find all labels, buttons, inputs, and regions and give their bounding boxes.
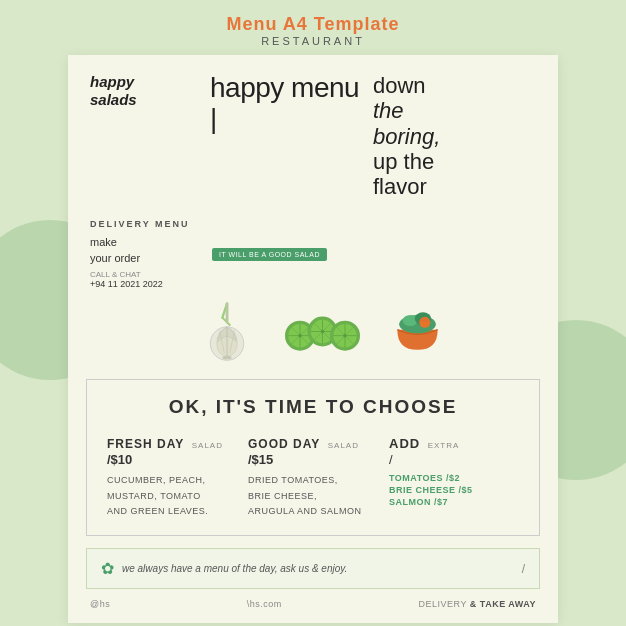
choose-title: OK, IT'S TIME TO CHOOSE — [107, 396, 519, 418]
fresh-day-title: FRESH DAY SALAD — [107, 434, 248, 452]
menu-title: happy menu | — [210, 73, 373, 199]
fresh-day-items: CUCUMBER, PEACH, MUSTARD, TOMATO AND GRE… — [107, 473, 248, 519]
page-title: Menu A4 Template — [226, 14, 399, 35]
footer-left: @hs — [90, 599, 110, 609]
good-day-title: GOOD DAY SALAD — [248, 434, 389, 452]
fresh-day-col: FRESH DAY SALAD /$10 CUCUMBER, PEACH, MU… — [107, 434, 248, 519]
delivery-left: DELIVERY MENU make your order CALL & CHA… — [90, 219, 200, 289]
brand-happy: happy — [90, 73, 134, 90]
flower-icon: ✿ — [101, 559, 114, 578]
bowl-icon — [390, 304, 445, 359]
tagline-area: happy menu | down the boring, up the fla… — [210, 73, 536, 199]
delivery-label: DELIVERY MENU — [90, 219, 200, 229]
good-day-price: /$15 — [248, 452, 389, 467]
add-title: ADD EXTRA — [389, 434, 519, 452]
add-slash: / — [389, 452, 519, 467]
add-item-tomatoes: TOMATOES /$2 — [389, 473, 519, 483]
slogan: down the boring, up the flavor — [373, 73, 536, 199]
menu-columns: FRESH DAY SALAD /$10 CUCUMBER, PEACH, MU… — [107, 434, 519, 519]
brand-salads: salads — [90, 91, 137, 108]
add-extra-col: ADD EXTRA / TOMATOES /$2 BRIE CHEESE /$5… — [389, 434, 519, 519]
footer-center: \hs.com — [247, 599, 282, 609]
green-badge: IT WILL BE A GOOD SALAD — [212, 248, 327, 261]
add-item-brie: BRIE CHEESE /$5 — [389, 485, 519, 495]
add-item-salmon: SALMON /$7 — [389, 497, 519, 507]
limes-icon — [285, 304, 360, 359]
order-text: make your order — [90, 235, 200, 266]
menu-card: happy salads happy menu | down the borin… — [68, 55, 558, 623]
bottom-banner: ✿ we always have a menu of the day, ask … — [86, 548, 540, 589]
food-icons-row — [178, 289, 558, 379]
page-subtitle: RESTAURANT — [226, 35, 399, 47]
fresh-day-price: /$10 — [107, 452, 248, 467]
phone: +94 11 2021 2022 — [90, 279, 200, 289]
brand-area: happy salads — [90, 73, 210, 109]
good-day-items: DRIED TOMATOES, BRIE CHEESE, ARUGULA AND… — [248, 473, 389, 519]
card-footer: @hs \hs.com DELIVERY & TAKE AWAY — [68, 589, 558, 623]
bottom-text: we always have a menu of the day, ask us… — [122, 563, 514, 574]
footer-right: DELIVERY & TAKE AWAY — [419, 599, 536, 609]
bottom-slash: / — [522, 562, 525, 576]
svg-point-7 — [222, 356, 231, 360]
card-top: happy salads happy menu | down the borin… — [68, 55, 558, 211]
garlic-icon — [200, 299, 255, 364]
choose-section: OK, IT'S TIME TO CHOOSE FRESH DAY SALAD … — [86, 379, 540, 536]
delivery-row: DELIVERY MENU make your order CALL & CHA… — [68, 211, 558, 289]
brand-name: happy salads — [90, 73, 210, 109]
page-header: Menu A4 Template RESTAURANT — [226, 0, 399, 55]
good-day-col: GOOD DAY SALAD /$15 DRIED TOMATOES, BRIE… — [248, 434, 389, 519]
add-items: TOMATOES /$2 BRIE CHEESE /$5 SALMON /$7 — [389, 473, 519, 507]
call-label: CALL & CHAT — [90, 270, 200, 279]
